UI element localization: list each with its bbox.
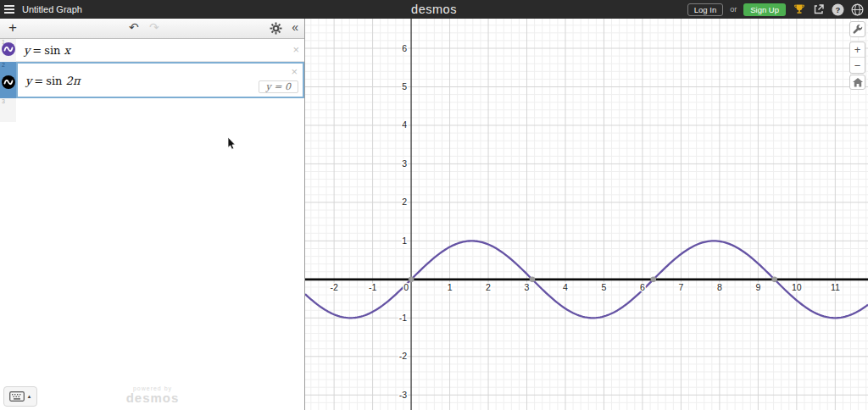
add-expression-button[interactable]: + <box>5 19 20 36</box>
graph-pane[interactable]: -2-101234567891011-3-2-1123456 + − <box>305 19 868 410</box>
svg-text:-2: -2 <box>399 351 407 361</box>
math-arg: x <box>64 44 70 57</box>
show-keypad-button[interactable]: ▲ <box>3 386 37 407</box>
svg-text:3: 3 <box>525 282 530 292</box>
svg-text:10: 10 <box>792 282 802 292</box>
math-eq: = <box>31 75 46 87</box>
svg-text:-1: -1 <box>369 282 376 292</box>
svg-text:6: 6 <box>402 43 407 53</box>
share-icon[interactable] <box>812 3 825 16</box>
trophy-icon[interactable] <box>793 3 805 16</box>
svg-text:-3: -3 <box>399 390 407 400</box>
expression-row-1[interactable]: 1 y=sin x × <box>0 39 304 62</box>
zoom-in-button[interactable]: + <box>850 42 865 58</box>
svg-text:2: 2 <box>486 282 491 292</box>
top-right-controls: Log In or Sign Up ? <box>687 0 864 19</box>
wrench-icon <box>852 24 863 35</box>
svg-text:1: 1 <box>448 282 453 292</box>
math-eq: = <box>30 44 44 57</box>
hamburger-menu-icon[interactable] <box>0 0 19 19</box>
top-bar: Untitled Graph desmos Log In or Sign Up <box>0 0 868 19</box>
svg-text:?: ? <box>836 5 841 14</box>
watermark-line1: powered by <box>0 385 305 391</box>
svg-text:-2: -2 <box>330 282 337 292</box>
expression-toolbar: + ↶ ↷ « <box>0 19 304 39</box>
svg-text:8: 8 <box>717 282 722 292</box>
svg-text:-1: -1 <box>399 313 407 323</box>
hamburger-bar <box>4 12 14 14</box>
graph-settings-button[interactable] <box>849 21 865 37</box>
graph-title: Untitled Graph <box>22 4 82 14</box>
watermark-line2: desmos <box>0 391 305 405</box>
expression-content[interactable]: y=sin x × <box>16 39 304 62</box>
expression-number: 3 <box>2 98 5 104</box>
desmos-app: Untitled Graph desmos Log In or Sign Up <box>0 0 868 410</box>
redo-button[interactable]: ↷ <box>149 20 159 34</box>
svg-text:5: 5 <box>402 81 407 91</box>
undo-button[interactable]: ↶ <box>129 20 139 34</box>
signup-button[interactable]: Sign Up <box>743 3 786 16</box>
keyboard-icon <box>9 391 25 402</box>
expression-row-3-empty[interactable]: 3 <box>0 98 304 122</box>
or-label: or <box>730 5 737 14</box>
globe-icon[interactable] <box>851 3 864 16</box>
svg-text:11: 11 <box>831 282 840 292</box>
expression-number: 2 <box>2 62 5 68</box>
expression-latex: y=sin 2π <box>25 75 80 87</box>
evaluation-result: y = 0 <box>259 80 298 93</box>
svg-text:6: 6 <box>640 282 645 292</box>
svg-text:3: 3 <box>402 158 407 169</box>
powered-by-watermark: powered by desmos <box>0 385 305 405</box>
svg-text:0: 0 <box>403 282 409 292</box>
math-arg: 2π <box>66 75 81 87</box>
svg-text:4: 4 <box>563 282 568 292</box>
svg-text:1: 1 <box>402 235 407 246</box>
zoom-controls: + − <box>849 42 865 74</box>
svg-text:5: 5 <box>602 282 607 292</box>
delete-expression-icon[interactable]: × <box>292 44 299 55</box>
expression-panel: + ↶ ↷ « 1 <box>0 19 305 410</box>
svg-text:2: 2 <box>402 197 407 207</box>
svg-text:7: 7 <box>679 282 684 292</box>
help-icon[interactable]: ? <box>832 3 844 16</box>
zoom-out-button[interactable]: − <box>850 58 865 73</box>
edit-list-gear-icon[interactable] <box>270 22 282 38</box>
expression-gutter: 3 <box>0 98 16 122</box>
expression-latex: y=sin x <box>24 44 70 57</box>
collapse-panel-button[interactable]: « <box>292 20 298 34</box>
graph-canvas[interactable]: -2-101234567891011-3-2-1123456 <box>305 19 868 410</box>
math-fn: sin <box>46 75 62 87</box>
keypad-open-arrow-icon: ▲ <box>27 394 32 399</box>
hamburger-bar <box>4 8 14 10</box>
expression-content-selected[interactable]: y=sin 2π × y = 0 <box>16 62 304 98</box>
expression-row-2-selected[interactable]: 2 y=sin 2π × y = 0 <box>0 62 304 98</box>
expression-content-empty[interactable] <box>16 98 304 122</box>
expression-color-icon[interactable] <box>1 42 16 60</box>
svg-text:9: 9 <box>755 282 760 292</box>
expression-color-icon[interactable] <box>1 75 16 93</box>
login-button[interactable]: Log In <box>687 3 723 16</box>
math-fn: sin <box>44 44 60 57</box>
hamburger-bar <box>4 5 14 7</box>
svg-text:4: 4 <box>402 119 407 130</box>
default-viewport-home-button[interactable] <box>849 75 865 90</box>
delete-expression-icon[interactable]: × <box>291 66 298 77</box>
home-icon <box>853 78 863 87</box>
